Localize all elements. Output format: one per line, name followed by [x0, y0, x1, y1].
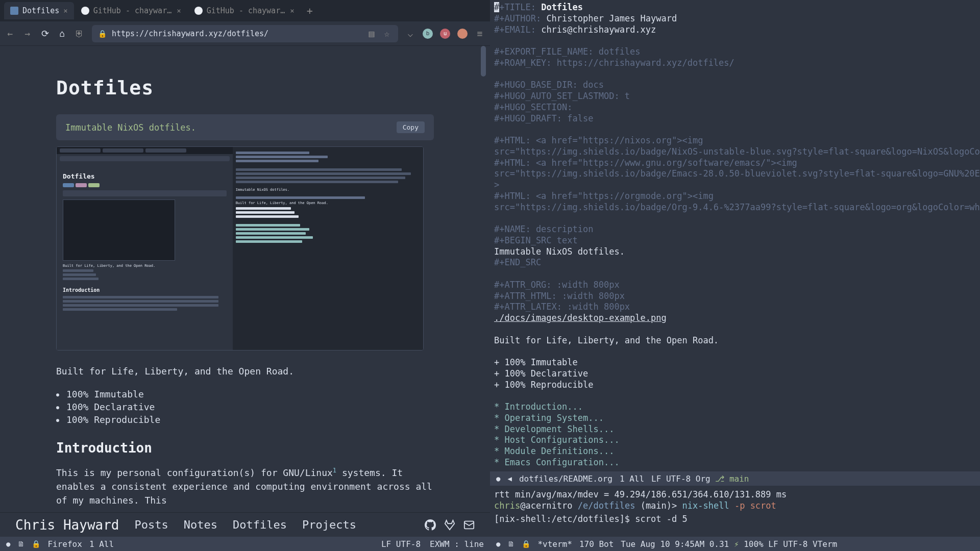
pocket-icon[interactable]: ⌵: [405, 29, 415, 39]
org-heading[interactable]: * Operating System...: [494, 413, 604, 423]
major-mode: EXWM : line: [430, 539, 484, 549]
org-heading[interactable]: * Host Configurations...: [494, 435, 620, 445]
major-mode: Org: [696, 474, 710, 484]
org-list-item: + 100% Reproducible: [494, 380, 593, 390]
mini-text: Built for Life, Liberty, and the Open Ro…: [63, 264, 227, 268]
term-path: /e/dotfiles: [578, 500, 635, 511]
file-icon: 🗎: [507, 540, 514, 548]
org-html: #+HTML: <a href="https://www.gnu.org/sof…: [494, 158, 797, 168]
encoding: LF UTF-8: [651, 474, 691, 484]
close-icon[interactable]: ×: [63, 7, 67, 15]
org-src-body: Immutable NixOS dotfiles.: [494, 246, 625, 257]
tagline: Built for Life, Liberty, and the Open Ro…: [56, 366, 434, 377]
org-keyword: #+HUGO_AUTO_SET_LASTMOD: t: [494, 91, 630, 101]
close-icon[interactable]: ×: [290, 7, 294, 15]
intro-paragraph: This is my personal configuration(s) for…: [56, 466, 434, 507]
term-host: @acernitro: [520, 500, 572, 511]
file-icon: 🗎: [17, 540, 24, 548]
footnote-ref[interactable]: 1: [333, 467, 336, 474]
battery-icon: ⚡: [734, 539, 739, 549]
list-item: 100% Immutable: [66, 389, 434, 399]
org-value: Christopher James Hayward: [546, 13, 677, 23]
reload-icon[interactable]: ⟳: [40, 29, 50, 39]
buffer-position: 170 Bot: [579, 539, 614, 549]
lock-icon: 🔒: [32, 540, 40, 548]
mail-icon[interactable]: [463, 519, 475, 531]
org-keyword: #+HUGO_BASE_DIR: docs: [494, 80, 604, 90]
org-list-item: + 100% Declarative: [494, 368, 588, 379]
circle-icon: ●: [6, 540, 10, 548]
back-icon[interactable]: ←: [5, 29, 15, 39]
org-html: src="https://img.shields.io/badge/Emacs-…: [494, 168, 980, 179]
url-text: https://chrishayward.xyz/dotfiles/: [112, 29, 268, 38]
org-title: Dotfiles: [541, 2, 583, 12]
org-heading[interactable]: * Module Definitions...: [494, 446, 614, 456]
term-user: chris: [494, 500, 520, 511]
feature-list: 100% Immutable 100% Declarative 100% Rep…: [56, 389, 434, 425]
circle-icon: ●: [496, 474, 500, 483]
buffer-position: 1 All: [89, 539, 114, 549]
nav-link-posts[interactable]: Posts: [135, 518, 168, 531]
new-tab-button[interactable]: +: [302, 3, 318, 19]
gitlab-icon[interactable]: [444, 519, 455, 531]
ublock-icon[interactable]: u: [440, 29, 450, 39]
forward-icon[interactable]: →: [22, 29, 33, 39]
org-html: src="https://img.shields.io/badge/Org-9.…: [494, 202, 980, 212]
org-heading[interactable]: * Development Shells...: [494, 424, 614, 434]
org-modeline: ● ◀ dotfiles/README.org 1 All LF UTF-8 O…: [490, 471, 980, 486]
favicon-icon: [10, 7, 18, 15]
site-name[interactable]: Chris Hayward: [15, 517, 119, 533]
shield-icon[interactable]: ⛨: [75, 29, 85, 39]
reader-icon[interactable]: ▤: [366, 29, 377, 39]
home-icon[interactable]: ⌂: [57, 29, 67, 39]
term-command: scrot -d 5: [635, 514, 687, 524]
extension-icon[interactable]: b: [423, 29, 433, 39]
org-buffer[interactable]: #+TITLE: Dotfiles #+AUTHOR: Christopher …: [490, 0, 980, 471]
org-keyword: +TITLE:: [499, 2, 536, 12]
mini-heading: Dotfiles: [63, 172, 227, 180]
org-keyword: #+EXPORT_FILE_NAME: dotfiles: [494, 46, 641, 57]
tab-title: GitHub - chayward1/dotf: [93, 6, 173, 15]
org-keyword: #+ATTR_HTML: :width 800px: [494, 291, 625, 301]
browser-tab[interactable]: GitHub - chayward1/dotf ×: [188, 2, 301, 19]
close-icon[interactable]: ×: [177, 7, 181, 15]
org-html: #+HTML: <a href="https://orgmode.org"><i…: [494, 191, 714, 201]
chevron-left-icon: ◀: [507, 474, 511, 483]
bookmark-icon[interactable]: ☆: [382, 29, 392, 39]
github-icon: [81, 7, 89, 15]
extension-icon[interactable]: [457, 29, 468, 39]
code-text: Immutable NixOS dotfiles.: [65, 122, 196, 133]
org-keyword: #+ROAM_KEY: https://chrishayward.xyz/dot…: [494, 58, 734, 68]
url-bar[interactable]: 🔒 https://chrishayward.xyz/dotfiles/ ▤ ☆: [92, 25, 398, 42]
scrollbar[interactable]: [481, 46, 486, 77]
term-args: -p scrot: [734, 500, 776, 511]
github-icon: [194, 7, 203, 15]
org-heading[interactable]: * Emacs Configuration...: [494, 457, 620, 467]
buffer-name: Firefox: [47, 539, 82, 549]
load-avg: 0.31: [709, 539, 729, 549]
org-heading[interactable]: * Introduction...: [494, 402, 583, 412]
org-link[interactable]: ./docs/images/desktop-example.png: [494, 313, 667, 323]
vterm-buffer[interactable]: rtt min/avg/max/mdev = 49.294/186.651/36…: [490, 486, 980, 537]
text: This is my personal configuration(s) for…: [56, 467, 333, 478]
org-keyword: #+ATTR_LATEX: :width 800px: [494, 302, 630, 312]
term-branch: (main)>: [641, 500, 677, 511]
battery-pct: 100%: [744, 539, 764, 549]
nav-link-notes[interactable]: Notes: [184, 518, 217, 531]
major-mode: VTerm: [813, 539, 837, 549]
copy-button[interactable]: Copy: [397, 121, 425, 133]
exwm-modeline-left: ● 🗎 🔒 Firefox 1 All LF UTF-8 EXWM : line: [0, 537, 490, 551]
git-branch: ⎇ main: [715, 474, 749, 484]
menu-icon[interactable]: ≡: [475, 29, 485, 39]
browser-nav-bar: ← → ⟳ ⌂ ⛨ 🔒 https://chrishayward.xyz/dot…: [0, 21, 490, 46]
org-keyword: #+ATTR_ORG: :width 800px: [494, 280, 620, 290]
org-keyword: #+NAME: description: [494, 224, 593, 234]
nav-link-dotfiles[interactable]: Dotfiles: [233, 518, 287, 531]
term-prompt: [nix-shell:/etc/dotfiles]$: [494, 514, 630, 524]
browser-tab[interactable]: GitHub - chayward1/dotf ×: [75, 2, 187, 19]
github-icon[interactable]: [425, 519, 436, 531]
tab-title: Dotfiles: [22, 6, 59, 15]
browser-tab-active[interactable]: Dotfiles ×: [4, 2, 74, 19]
org-keyword: #+AUTHOR:: [494, 13, 541, 23]
nav-link-projects[interactable]: Projects: [302, 518, 356, 531]
